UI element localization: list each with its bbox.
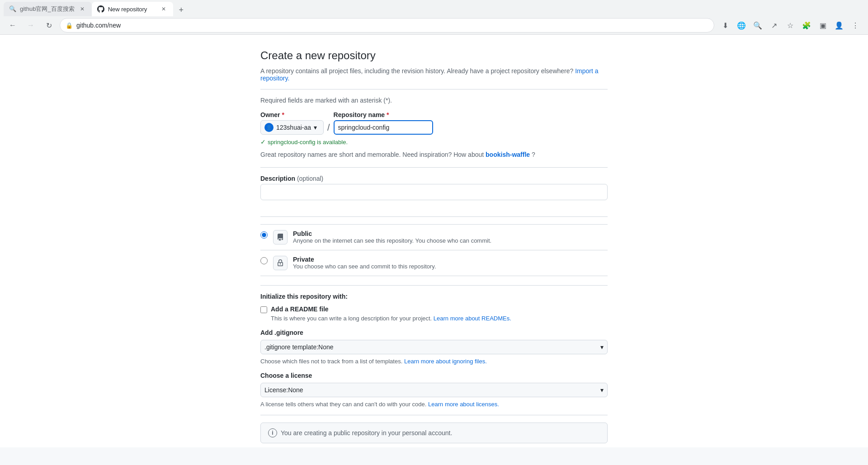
visibility-section: Public Anyone on the internet can see th… <box>260 224 608 276</box>
description-label: Description (optional) <box>260 175 608 182</box>
public-option: Public Anyone on the internet can see th… <box>260 224 608 250</box>
repo-name-input[interactable] <box>334 120 433 135</box>
owner-value: 123shuai-aa <box>276 124 311 131</box>
readme-desc: This is where you can write a long descr… <box>271 315 608 322</box>
license-title: Choose a license <box>260 372 608 379</box>
private-content: Private You choose who can see and commi… <box>293 256 608 270</box>
extensions-icon[interactable]: 🧩 <box>799 18 814 33</box>
main-container: Create a new repository A repository con… <box>253 35 615 447</box>
gitignore-link[interactable]: Learn more about ignoring files. <box>404 358 487 365</box>
new-tab-button[interactable]: + <box>175 4 188 16</box>
address-bar-row: ← → ↻ 🔒 github.com/new ⬇ 🌐 🔍 ↗ ☆ 🧩 ▣ 👤 ⋮ <box>0 16 868 34</box>
availability-text: springcloud-config is available. <box>268 139 348 146</box>
gitignore-value: .gitignore template:None <box>264 343 334 351</box>
owner-chevron: ▾ <box>314 124 317 131</box>
gitignore-section: Add .gitignore .gitignore template:None … <box>260 329 608 365</box>
divider-4 <box>260 285 608 286</box>
tab-favicon-github <box>97 5 104 13</box>
readme-checkbox[interactable] <box>260 306 267 313</box>
check-icon: ✓ <box>260 138 266 146</box>
browser-frame: 🔍 github官网_百度搜索 ✕ New repository ✕ + ← →… <box>0 0 868 35</box>
public-desc: Anyone on the internet can see this repo… <box>293 237 608 244</box>
info-icon: i <box>268 428 277 437</box>
readme-label[interactable]: Add a README file <box>271 305 329 313</box>
private-icon <box>273 256 288 270</box>
owner-select[interactable]: 👤 123shuai-aa ▾ <box>260 120 324 135</box>
inspiration-link[interactable]: bookish-waffle <box>486 151 530 158</box>
description-input[interactable] <box>260 184 608 200</box>
gitignore-chevron: ▾ <box>600 343 604 351</box>
address-text: github.com/new <box>76 22 121 29</box>
gitignore-title: Add .gitignore <box>260 329 608 336</box>
license-value: License:None <box>264 386 303 394</box>
description-group: Description (optional) <box>260 175 608 209</box>
tabs-bar: 🔍 github官网_百度搜索 ✕ New repository ✕ + <box>0 0 868 16</box>
menu-icon[interactable]: ⋮ <box>848 18 863 33</box>
license-select[interactable]: License:None ▾ <box>260 383 608 397</box>
divider-1 <box>260 89 608 89</box>
tab-new-repo[interactable]: New repository ✕ <box>92 2 173 16</box>
owner-label: Owner * <box>260 111 324 118</box>
profile-icon[interactable]: 👤 <box>832 18 846 33</box>
owner-group: Owner * 👤 123shuai-aa ▾ <box>260 111 324 135</box>
tab-github-search[interactable]: 🔍 github官网_百度搜索 ✕ <box>4 2 92 16</box>
gitignore-select[interactable]: .gitignore template:None ▾ <box>260 340 608 354</box>
license-section: Choose a license License:None ▾ A licens… <box>260 372 608 408</box>
tab-close-new-repo[interactable]: ✕ <box>160 5 168 13</box>
slash-separator: / <box>327 111 330 135</box>
tab-title-new-repo: New repository <box>108 6 156 13</box>
share-icon[interactable]: ↗ <box>767 18 781 33</box>
info-text: You are creating a public repository in … <box>281 429 452 437</box>
lock-icon: 🔒 <box>66 22 73 29</box>
divider-3 <box>260 216 608 217</box>
subtitle-text: A repository contains all project files,… <box>260 67 573 75</box>
tab-title-search: github官网_百度搜索 <box>20 5 75 13</box>
init-section: Initialize this repository with: Add a R… <box>260 293 608 322</box>
private-title: Private <box>293 256 608 263</box>
toolbar-icons: ⬇ 🌐 🔍 ↗ ☆ 🧩 ▣ 👤 ⋮ <box>718 18 863 33</box>
back-button[interactable]: ← <box>5 18 20 33</box>
info-box: i You are creating a public repository i… <box>260 423 608 443</box>
license-chevron: ▾ <box>600 386 604 394</box>
availability-message: ✓ springcloud-config is available. <box>260 138 608 146</box>
address-bar[interactable]: 🔒 github.com/new <box>60 18 714 33</box>
private-option: Private You choose who can see and commi… <box>260 250 608 276</box>
readme-row: Add a README file <box>260 305 608 313</box>
tab-favicon-search: 🔍 <box>9 5 16 13</box>
download-icon[interactable]: ⬇ <box>718 18 732 33</box>
tab-close-search[interactable]: ✕ <box>78 5 86 13</box>
refresh-button[interactable]: ↻ <box>42 18 56 33</box>
public-content: Public Anyone on the internet can see th… <box>293 230 608 244</box>
public-icon <box>273 230 288 244</box>
repo-name-group: Repository name * <box>334 111 433 135</box>
gitignore-note: Choose which files not to track from a l… <box>260 358 608 365</box>
private-desc: You choose who can see and commit to thi… <box>293 263 608 270</box>
public-radio[interactable] <box>260 231 268 239</box>
owner-repo-row: Owner * 👤 123shuai-aa ▾ / Repository nam… <box>260 111 608 135</box>
divider-2 <box>260 167 608 168</box>
sidebar-icon[interactable]: ▣ <box>816 18 830 33</box>
required-note: Required fields are marked with an aster… <box>260 97 608 104</box>
readme-link[interactable]: Learn more about READMEs. <box>434 315 511 322</box>
page-content: Create a new repository A repository con… <box>0 35 868 447</box>
init-title: Initialize this repository with: <box>260 293 608 300</box>
repo-name-label: Repository name * <box>334 111 433 118</box>
public-title: Public <box>293 230 608 237</box>
subtitle: A repository contains all project files,… <box>260 67 608 82</box>
owner-avatar: 👤 <box>264 123 274 132</box>
bookmark-icon[interactable]: ☆ <box>783 18 797 33</box>
license-link[interactable]: Learn more about licenses. <box>428 401 499 408</box>
license-note: A license tells others what they can and… <box>260 401 608 408</box>
forward-button[interactable]: → <box>24 18 38 33</box>
zoom-icon[interactable]: 🔍 <box>750 18 765 33</box>
translate-icon[interactable]: 🌐 <box>734 18 749 33</box>
divider-5 <box>260 415 608 415</box>
page-title: Create a new repository <box>260 49 608 62</box>
private-radio[interactable] <box>260 257 268 264</box>
inspiration-text: Great repository names are short and mem… <box>260 151 608 158</box>
